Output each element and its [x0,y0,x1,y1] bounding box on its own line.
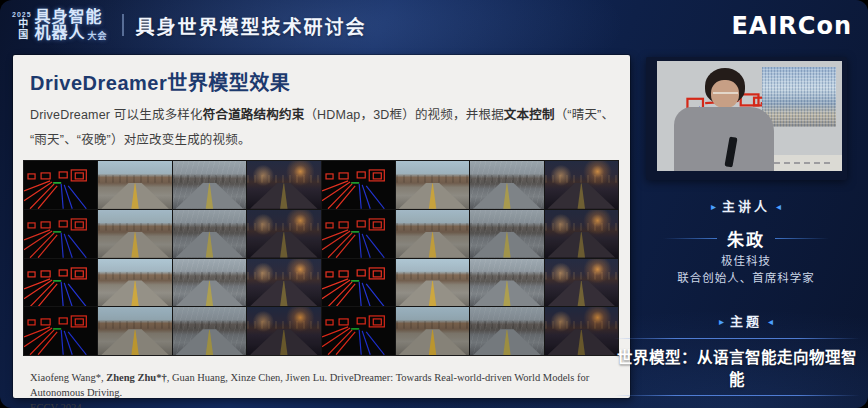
decor-line-left [663,238,717,239]
scene-tile-night [247,259,320,307]
scene-tile-rain [173,307,246,355]
logo-line1: 具身智能 [35,9,108,25]
paper-citation: Xiaofeng Wang*, Zheng Zhu*†, Guan Huang,… [30,370,618,408]
scene-tile-night [247,161,320,209]
scene-tile-day [98,210,171,258]
scene-tile-hdmap [24,307,97,355]
arrow-right-icon: ▸ [705,201,722,212]
scene-tile-rain [173,210,246,258]
slide-paragraph: DriveDreamer 可以生成多样化符合道路结构约束（HDMap，3D框）的… [30,103,616,153]
scene-tile-day [396,307,469,355]
logo-line2: 机器人 [35,25,86,41]
header-divider [122,14,124,36]
scene-tile-day [396,259,469,307]
webinar-frame: 2025 中国 具身智能 机器人 大会 具身世界模型技术研讨会 EAIRCon … [0,0,868,408]
speaker-name-row: 朱政 [626,226,866,251]
speaker-organization: 极佳科技 [626,252,866,268]
scene-tile-night [545,210,618,258]
scene-grid [24,161,618,355]
scene-tile-night [545,161,618,209]
hdmap-wireframe-icon [322,307,395,355]
scene-tile-day [98,307,171,355]
scene-tile-rain [173,259,246,307]
scene-tile-rain [470,307,543,355]
scene-tile-night [247,210,320,258]
scene-tile-day [98,259,171,307]
eaircon-logo: EAIRCon [731,12,852,40]
scene-tile-hdmap [322,161,395,209]
scene-tile-hdmap [24,259,97,307]
speaker-label: ▸主讲人◂ [626,196,866,215]
topic-label: ▸主题◂ [626,311,866,330]
presenter-glasses [713,92,738,100]
logo-suffix: 大会 [88,32,108,41]
scene-tile-day [396,210,469,258]
hdmap-wireframe-icon [322,210,395,258]
scene-tile-night [247,307,320,355]
scene-tile-hdmap [322,210,395,258]
arrow-right-icon: ▸ [713,316,730,327]
hdmap-wireframe-icon [24,161,97,209]
arrow-left-icon: ◂ [762,316,779,327]
speaker-video [646,57,847,180]
speaker-name: 朱政 [727,226,765,251]
hdmap-wireframe-icon [322,161,395,209]
presentation-slide: DriveDreamer世界模型效果 DriveDreamer 可以生成多样化符… [13,55,630,398]
arrow-left-icon: ◂ [770,201,787,212]
hdmap-wireframe-icon [322,259,395,307]
talk-title: 世界模型：从语言智能走向物理智能 [614,338,860,396]
slide-title: DriveDreamer世界模型效果 [30,67,290,96]
conference-logo: 2025 中国 具身智能 机器人 大会 [12,9,108,41]
scene-tile-night [545,307,618,355]
hdmap-wireframe-icon [24,259,97,307]
speaker-role: 联合创始人、首席科学家 [626,269,866,285]
scene-tile-hdmap [24,210,97,258]
hdmap-wireframe-icon [24,307,97,355]
hdmap-wireframe-icon [24,210,97,258]
presenter [674,107,774,171]
logo-year: 2025 [12,11,32,18]
scene-tile-night [545,259,618,307]
scene-tile-day [98,161,171,209]
scene-tile-hdmap [322,307,395,355]
scene-tile-rain [470,161,543,209]
scene-tile-day [396,161,469,209]
scene-tile-rain [470,259,543,307]
event-title: 具身世界模型技术研讨会 [136,12,367,39]
scene-tile-rain [470,210,543,258]
scene-tile-rain [173,161,246,209]
scene-tile-hdmap [322,259,395,307]
header-bar: 2025 中国 具身智能 机器人 大会 具身世界模型技术研讨会 EAIRCon [0,0,868,50]
scene-tile-hdmap [24,161,97,209]
projection-screen [657,61,842,171]
street-photo [762,67,836,128]
decor-line-right [775,238,829,239]
logo-country: 中国 [17,18,27,40]
